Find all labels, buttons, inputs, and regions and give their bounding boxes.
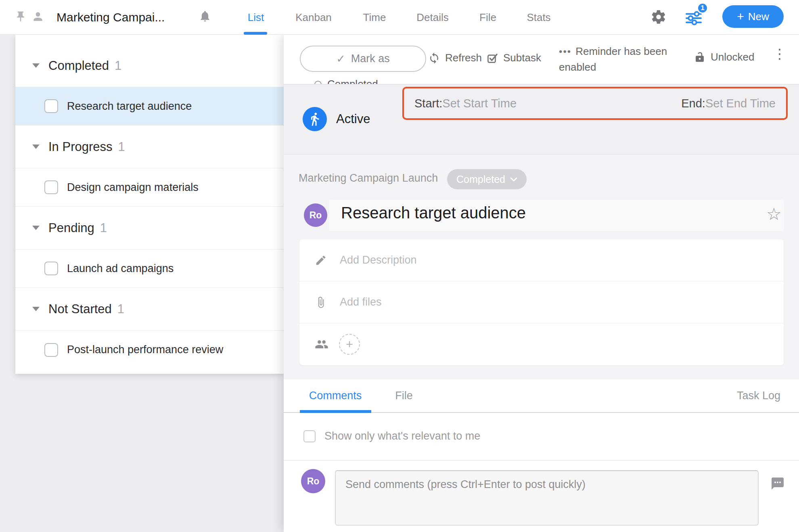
relevance-filter-label: Show only what's relevant to me — [324, 430, 480, 442]
tab-file[interactable]: File — [479, 0, 496, 35]
detail-toolbar: ✓ Mark as Refresh Subtask •••Reminder ha… — [284, 35, 799, 84]
favorite-star-icon[interactable]: ☆ — [766, 202, 782, 226]
group-count: 1 — [118, 140, 125, 154]
more-dots-icon: ••• — [559, 46, 571, 57]
end-time-field[interactable]: End:Set End Time — [681, 97, 776, 110]
tab-time[interactable]: Time — [363, 0, 386, 35]
task-checkbox[interactable] — [44, 99, 58, 113]
pin-icon[interactable] — [15, 10, 27, 24]
top-navigation-bar: Marketing Campai... List Kanban Time Det… — [0, 0, 799, 35]
group-header-in-progress[interactable]: In Progress 1 — [15, 126, 284, 168]
subtask-icon — [486, 52, 498, 64]
active-tab-underline — [244, 32, 267, 35]
collapse-arrow-icon[interactable] — [32, 145, 40, 149]
group-label: Not Started — [48, 302, 112, 316]
refresh-label: Refresh — [445, 52, 482, 64]
clipped-option-label: Completed — [327, 78, 378, 84]
lock-button[interactable]: Unlocked — [694, 51, 754, 63]
group-label: In Progress — [48, 140, 113, 154]
composer-avatar: Ro — [301, 469, 325, 493]
more-options-kebab-icon[interactable]: ⋮ — [773, 46, 786, 61]
project-title: Marketing Campai... — [56, 0, 165, 35]
subtask-label: Subtask — [503, 52, 541, 64]
relevance-filter-row: Show only what's relevant to me — [303, 430, 480, 442]
collapse-arrow-icon[interactable] — [32, 307, 40, 311]
filter-count-badge: 1 — [697, 2, 708, 14]
task-row-post-launch-performance-review[interactable]: Post-launch performance review — [15, 331, 284, 369]
task-detail-title[interactable]: Research target audience — [341, 204, 526, 222]
plus-icon: + — [737, 10, 744, 23]
collapse-arrow-icon[interactable] — [32, 226, 40, 230]
start-end-time-field[interactable]: Start:Set Start Time End:Set End Time — [402, 87, 788, 120]
task-title-text: Design campaign materials — [67, 181, 199, 194]
files-placeholder: Add files — [340, 296, 382, 308]
plus-icon: + — [346, 337, 353, 351]
relevance-filter-checkbox[interactable] — [303, 430, 316, 442]
paperclip-icon — [315, 296, 327, 308]
group-count: 1 — [115, 59, 121, 73]
group-header-not-started[interactable]: Not Started 1 — [15, 288, 284, 331]
chat-bubble-icon[interactable] — [770, 476, 785, 492]
people-icon — [315, 337, 328, 351]
tab-stats[interactable]: Stats — [527, 0, 550, 35]
assignee-avatar[interactable]: Ro — [304, 203, 327, 227]
group-label: Pending — [48, 221, 94, 235]
tab-details[interactable]: Details — [416, 0, 448, 35]
task-properties-card: Add Description Add files + — [299, 239, 784, 365]
app-window: Marketing Campai... List Kanban Time Det… — [0, 0, 799, 532]
end-placeholder: Set End Time — [705, 97, 776, 110]
subtask-button[interactable]: Subtask — [486, 52, 541, 64]
status-ring-icon — [314, 81, 322, 84]
tab-file-detail[interactable]: File — [395, 379, 413, 413]
clipped-status-option[interactable]: Completed — [314, 78, 378, 84]
reminder-button[interactable]: •••Reminder has been enabled — [559, 44, 669, 75]
group-header-pending[interactable]: Pending 1 — [15, 207, 284, 249]
task-checkbox[interactable] — [44, 343, 58, 357]
tab-comments[interactable]: Comments — [309, 379, 362, 413]
new-button[interactable]: + New — [722, 5, 784, 28]
comments-tabs-row: Comments File Task Log — [284, 379, 799, 413]
new-button-label: New — [748, 10, 769, 23]
tab-list[interactable]: List — [248, 0, 264, 35]
tab-kanban[interactable]: Kanban — [295, 0, 332, 35]
notification-bell-icon[interactable] — [199, 10, 211, 24]
task-row-research-target-audience[interactable]: Research target audience — [15, 87, 284, 126]
start-time-field[interactable]: Start:Set Start Time — [414, 97, 517, 110]
unlocked-label: Unlocked — [711, 51, 754, 63]
end-label: End: — [681, 97, 705, 110]
comments-tab-underline — [300, 410, 371, 413]
member-icon[interactable] — [31, 10, 44, 25]
task-row-design-campaign-materials[interactable]: Design campaign materials — [15, 168, 284, 207]
participants-row: + — [299, 323, 784, 365]
start-placeholder: Set Start Time — [442, 97, 517, 110]
pencil-icon — [315, 254, 327, 266]
collapse-arrow-icon[interactable] — [32, 63, 40, 68]
add-description-row[interactable]: Add Description — [299, 239, 784, 281]
reminder-label: Reminder has been enabled — [559, 45, 667, 73]
group-label: Completed — [48, 59, 109, 73]
add-participant-button[interactable]: + — [339, 334, 360, 355]
group-count: 1 — [100, 221, 107, 235]
unlocked-icon — [694, 51, 706, 63]
refresh-icon — [428, 52, 440, 64]
add-files-row[interactable]: Add files — [299, 281, 784, 323]
comment-input[interactable] — [335, 470, 759, 526]
composer-divider — [284, 460, 799, 461]
task-main-section: Marketing Campaign Launch Completed Ro R… — [284, 155, 799, 379]
task-checkbox[interactable] — [44, 180, 58, 194]
task-row-launch-ad-campaigns[interactable]: Launch ad campaigns — [15, 249, 284, 288]
refresh-button[interactable]: Refresh — [428, 52, 482, 64]
task-state-label: Active — [336, 112, 370, 126]
group-header-completed[interactable]: Completed 1 — [15, 44, 284, 87]
mark-as-button[interactable]: ✓ Mark as — [300, 46, 426, 72]
description-placeholder: Add Description — [340, 254, 417, 266]
start-label: Start: — [414, 97, 442, 110]
settings-gear-icon[interactable] — [650, 9, 667, 26]
tab-task-log[interactable]: Task Log — [737, 379, 780, 413]
task-checkbox[interactable] — [44, 262, 58, 275]
status-dropdown[interactable]: Completed — [447, 169, 527, 189]
group-count: 1 — [117, 302, 124, 316]
breadcrumb[interactable]: Marketing Campaign Launch — [299, 172, 438, 184]
mark-as-label: Mark as — [351, 52, 390, 65]
task-detail-panel: ✓ Mark as Refresh Subtask •••Reminder ha… — [284, 35, 799, 532]
